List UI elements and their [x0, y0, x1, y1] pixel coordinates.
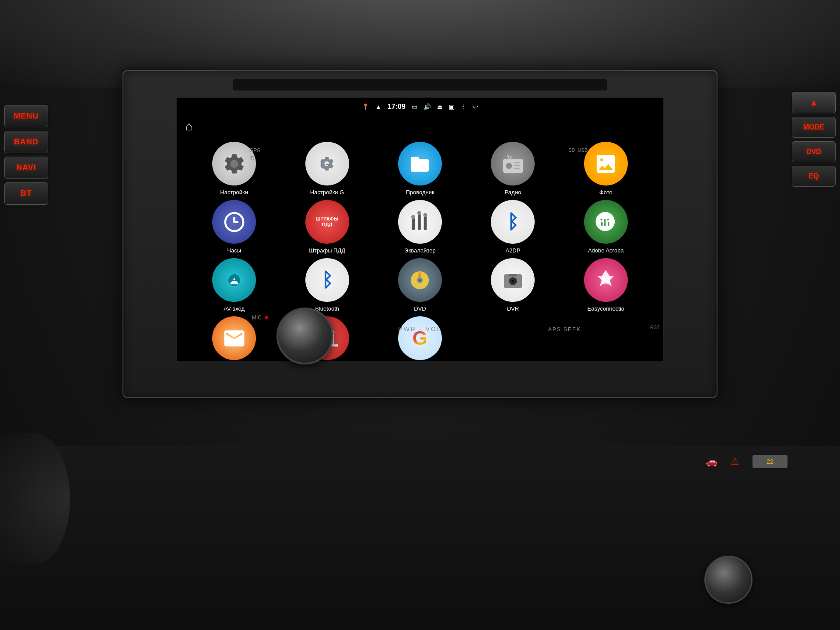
menu-button[interactable]: MENU	[4, 105, 48, 127]
settings-label: Настройки	[220, 189, 248, 196]
svg-rect-15	[412, 218, 415, 230]
pwr-vol-label: PWR · VOL	[398, 326, 441, 332]
screen-icon: ▣	[449, 103, 455, 110]
svg-point-27	[511, 280, 514, 283]
svg-rect-17	[424, 216, 427, 230]
location-icon: 📍	[362, 103, 369, 110]
google-settings-label: Настройки G	[310, 189, 344, 196]
app-email[interactable]: Email	[190, 316, 278, 362]
navi-button[interactable]: NAVI	[4, 157, 48, 179]
more-icon: ⋮	[461, 103, 467, 110]
svg-rect-8	[510, 156, 511, 160]
a2dp-icon: ᛒ	[491, 200, 535, 244]
app-a2dp[interactable]: ᛒ A2DP	[469, 200, 557, 254]
band-button[interactable]: BAND	[4, 131, 48, 153]
mic-label: MIC	[252, 315, 268, 321]
svg-point-14	[233, 221, 235, 223]
files-label: Проводник	[406, 189, 434, 196]
radio-icon	[491, 142, 535, 186]
eject-button[interactable]: ▲	[792, 92, 836, 113]
eq-button[interactable]: EQ	[792, 166, 836, 187]
mic-dot	[265, 316, 268, 319]
display-icon: ▭	[412, 103, 417, 110]
av-label: AV-вход	[224, 305, 245, 312]
equalizer-label: Эквалайзер	[404, 247, 435, 254]
ir-label: IR	[249, 155, 260, 161]
head-unit: 📍 ▲ 17:09 ▭ 🔊 ⏏ ▣ ⋮ ↩ ⌂	[122, 70, 718, 398]
shtraf-label: Штрафы ПДД	[309, 247, 345, 254]
steering-wheel-area	[0, 433, 70, 564]
status-bar: 📍 ▲ 17:09 ▭ 🔊 ⏏ ▣ ⋮ ↩	[177, 98, 663, 116]
status-time: 17:09	[388, 103, 406, 111]
clock-icon	[212, 200, 256, 244]
svg-point-19	[417, 211, 421, 215]
rst-button[interactable]: RST	[650, 325, 660, 330]
status-bar-center: 📍 ▲ 17:09 ▭ 🔊 ⏏ ▣ ⋮ ↩	[362, 103, 478, 111]
app-bluetooth[interactable]: ᛒ Bluetooth	[283, 258, 371, 312]
app-easyconn[interactable]: Easyconnectio	[562, 258, 650, 312]
svg-point-4	[506, 163, 512, 169]
usb-label: USB	[578, 147, 588, 153]
app-google-settings[interactable]: G Настройки G	[283, 142, 371, 196]
app-files[interactable]: Проводник	[376, 142, 464, 196]
left-buttons: MENU BAND NAVI BT	[0, 70, 52, 398]
clock-label: Часы	[227, 247, 241, 254]
svg-rect-16	[418, 214, 421, 230]
svg-rect-29	[602, 278, 610, 284]
android-screen: 📍 ▲ 17:09 ▭ 🔊 ⏏ ▣ ⋮ ↩ ⌂	[177, 98, 663, 361]
dvr-label: DVR	[507, 305, 519, 312]
google-icon: G	[398, 316, 442, 360]
bluetooth-symbol: ᛒ	[507, 211, 518, 233]
eject-icon: ⏏	[437, 103, 443, 110]
shtraf-icon: ШТРАФЫПДД	[305, 200, 349, 244]
bluetooth-app-icon: ᛒ	[305, 258, 349, 302]
sd-label: SD	[568, 147, 575, 153]
app-google[interactable]: G Google	[376, 316, 464, 362]
top-labels: GPS IR	[249, 147, 260, 161]
wifi-icon: ▲	[375, 103, 382, 110]
svg-point-20	[424, 213, 427, 217]
app-equalizer[interactable]: Эквалайзер	[376, 200, 464, 254]
mode-button[interactable]: MODE	[792, 117, 836, 138]
temp-display: 22	[752, 455, 788, 468]
photo-icon	[584, 142, 628, 186]
volume-icon: 🔊	[424, 103, 431, 110]
easyconn-label: Easyconnectio	[588, 305, 625, 312]
adobe-label: Adobe Acroba	[588, 247, 624, 254]
photo-label: Фото	[599, 189, 612, 196]
shtraf-text: ШТРАФЫПДД	[316, 216, 339, 228]
svg-rect-6	[514, 164, 520, 166]
car-controls: 🚗 ⚠ 22	[706, 455, 788, 468]
app-dvr[interactable]: DVR	[469, 258, 557, 312]
a2dp-label: A2DP	[505, 247, 520, 254]
bt-button[interactable]: BT	[4, 182, 48, 205]
files-icon	[398, 142, 442, 186]
app-shtraf[interactable]: ШТРАФЫПДД Штрафы ПДД	[283, 200, 371, 254]
dvd-icon	[398, 258, 442, 302]
svg-rect-2	[411, 157, 419, 161]
app-radio[interactable]: Радио	[469, 142, 557, 196]
svg-point-18	[412, 215, 416, 219]
gps-label: GPS	[249, 147, 260, 154]
volume-knob[interactable]	[276, 308, 333, 364]
app-dvd[interactable]: DVD	[376, 258, 464, 312]
dvd-label: DVD	[414, 305, 426, 312]
bottom-controls-area: 🚗 ⚠ 22	[0, 446, 840, 630]
dvr-icon	[491, 258, 535, 302]
svg-point-10	[600, 158, 603, 161]
av-icon	[212, 258, 256, 302]
home-icon[interactable]: ⌂	[186, 119, 193, 133]
svg-rect-7	[514, 168, 520, 169]
app-adobe[interactable]: Adobe Acroba	[562, 200, 650, 254]
top-right-labels: SD USB	[568, 147, 588, 153]
app-clock[interactable]: Часы	[190, 200, 278, 254]
radio-label: Радио	[505, 189, 522, 196]
right-knob[interactable]	[704, 556, 752, 604]
app-settings[interactable]: Настройки	[190, 142, 278, 196]
easyconn-icon	[584, 258, 628, 302]
cd-slot	[233, 79, 607, 91]
home-bar: ⌂	[177, 116, 663, 137]
dvd-right-button[interactable]: DVD	[792, 141, 836, 162]
app-av[interactable]: AV-вход	[190, 258, 278, 312]
dashboard: 📍 ▲ 17:09 ▭ 🔊 ⏏ ▣ ⋮ ↩ ⌂	[0, 0, 840, 630]
